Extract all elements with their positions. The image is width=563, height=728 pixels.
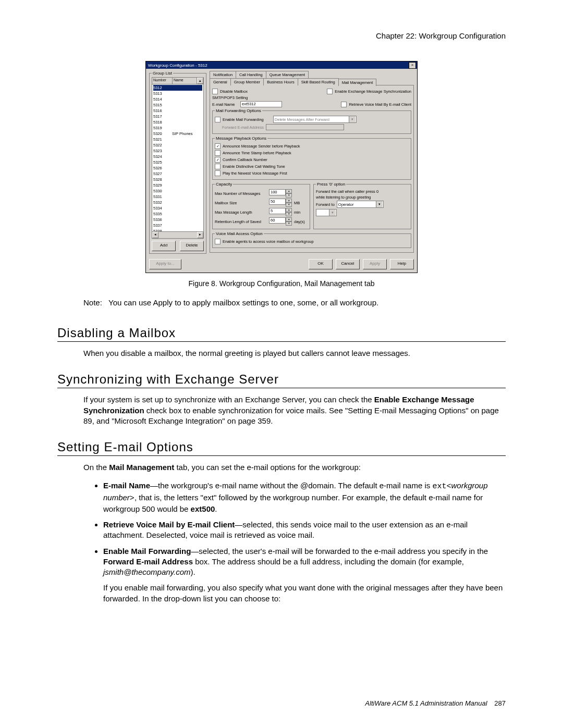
delete-button[interactable]: Delete [180,241,204,251]
tab-business-hours[interactable]: Business Hours [263,78,298,85]
group-list-fieldset: Group List Number Name ▴ 531253135314531… [149,71,206,254]
mail-forwarding-legend: Mail Forwarding Options [215,108,262,113]
row-number: 5317 [153,114,169,119]
table-row[interactable]: 5337 [153,223,202,228]
tab-mail-management[interactable]: Mail Management [338,79,377,86]
scroll-left-icon[interactable]: ◂ [152,232,158,238]
table-row[interactable]: 5322 [153,142,202,148]
table-row[interactable]: 5326 [153,165,202,171]
announce-sender-checkbox[interactable]: ✓ [215,143,221,149]
table-row[interactable]: 5318 [153,119,202,125]
table-row[interactable]: 5313 [153,91,202,96]
table-row[interactable]: 5316 [153,108,202,114]
table-row[interactable]: 5319 [153,125,202,131]
table-row[interactable]: 5323 [153,148,202,154]
table-row[interactable]: 5331 [153,194,202,200]
section-email-options: Setting E-mail Options [57,440,506,456]
row-number: 5316 [153,108,169,114]
table-row[interactable]: 5320SIP Phones [153,131,202,137]
b3-lead: Enable Mail Forwarding [103,547,191,556]
spin-up-icon[interactable]: ▴ [286,199,292,203]
forward-to-select[interactable]: Operator [337,201,384,208]
b1-bold2: ext500 [191,504,215,513]
announce-sender-label: Announce Message Sender before Playback [223,144,300,149]
enable-mail-fwd-checkbox[interactable] [215,117,221,122]
scroll-right-icon[interactable]: ▸ [197,232,203,238]
table-row[interactable]: 5315 [153,102,202,108]
enable-exch-sync-checkbox[interactable] [327,89,333,94]
disable-mailbox-checkbox[interactable] [212,89,218,94]
tab-queue-management[interactable]: Queue Management [266,71,309,78]
table-row[interactable]: 5334 [153,205,202,211]
email-options-list: E-mail Name—the workgroup's e-mail name … [94,480,506,604]
table-row[interactable]: 5314 [153,96,202,102]
ok-button[interactable]: OK [309,259,333,269]
col-number[interactable]: Number [152,78,173,84]
retrieve-vm-checkbox[interactable] [341,102,347,107]
confirm-callback-checkbox[interactable]: ✓ [215,157,221,163]
table-row[interactable]: 5336 [153,217,202,223]
table-row[interactable]: 5325 [153,159,202,165]
table-row[interactable]: 5321 [153,137,202,142]
capacity-legend: Capacity [215,182,233,187]
tab-general[interactable]: General [210,78,231,85]
sync-body-2: check box to enable synchronization for … [83,406,499,425]
tab-call-handling[interactable]: Call Handling [236,71,266,78]
tab-notification[interactable]: Notification [210,71,236,78]
b3-rest-c: ). [191,567,195,576]
b3-ital: jsmith@thecompany.com [103,567,191,576]
table-row[interactable]: 5328 [153,177,202,182]
spin-down-icon[interactable]: ▾ [286,193,292,198]
row-number: 5319 [153,125,169,131]
b3-rest-b: box. The address should be a full addres… [193,557,464,566]
announce-time-checkbox[interactable] [215,150,221,156]
list-item: Enable Mail Forwarding—selected, the use… [103,546,506,604]
email-options-intro: On the Mail Management tab, you can set … [83,462,506,473]
spin-down-icon[interactable]: ▾ [286,203,292,207]
table-row[interactable]: 5335 [153,211,202,217]
email-intro-bold: Mail Management [109,463,174,472]
spin-up-icon[interactable]: ▴ [286,208,292,212]
vma-enable-label: Enable agents to access voice mailbox of… [223,239,314,244]
cancel-button[interactable]: Cancel [336,259,360,269]
retrieve-vm-label: Retrieve Voice Mail By E-mail Client [349,102,411,107]
table-row[interactable]: 5317 [153,114,202,119]
row-name: SIP Phones [172,131,192,137]
note-text: You can use Apply to to apply mailbox se… [108,298,378,307]
mailbox-size-input[interactable]: 50 [269,199,286,205]
row-number: 5328 [153,177,169,182]
smtp-pop3-label: SMTP/POP3 Setting [212,95,411,100]
vma-enable-checkbox[interactable] [215,239,221,244]
max-msgs-input[interactable]: 100 [269,189,286,195]
scroll-up-icon[interactable]: ▴ [197,78,203,84]
help-button[interactable]: Help [390,259,414,269]
group-list[interactable]: Number Name ▴ 53125313531453155316531753… [152,77,204,239]
after-forward-select[interactable]: Delete Messages After Forward [273,116,357,123]
email-name-input[interactable]: ext5312 [240,101,282,107]
close-icon[interactable]: × [409,62,416,69]
table-row[interactable]: 5312 [153,85,202,91]
spin-down-icon[interactable]: ▾ [286,212,292,216]
apply-to-button[interactable]: Apply to... [149,259,181,269]
confirm-callback-label: Confirm Callback Number [223,157,267,162]
spin-down-icon[interactable]: ▾ [286,221,292,226]
section-synchronizing: Synchronizing with Exchange Server [57,372,506,388]
table-row[interactable]: 5330 [153,188,202,194]
col-name[interactable]: Name [173,78,197,84]
spin-up-icon[interactable]: ▴ [286,189,292,193]
tab-group-member[interactable]: Group Member [230,78,264,85]
retention-input[interactable]: 60 [269,217,286,224]
add-button[interactable]: Add [152,241,176,251]
spin-up-icon[interactable]: ▴ [286,217,292,221]
table-row[interactable]: 5327 [153,171,202,177]
row-number: 5337 [153,223,169,228]
tab-skill-routing[interactable]: Skill Based Routing [298,78,339,85]
max-len-input[interactable]: 5 [269,208,286,214]
table-row[interactable]: 5332 [153,200,202,205]
newest-first-checkbox[interactable] [215,170,221,176]
apply-button[interactable]: Apply [363,259,387,269]
distinctive-tone-checkbox[interactable] [215,164,221,169]
mailbox-size-label: Mailbox Size [215,201,267,205]
table-row[interactable]: 5324 [153,154,202,159]
table-row[interactable]: 5329 [153,182,202,188]
